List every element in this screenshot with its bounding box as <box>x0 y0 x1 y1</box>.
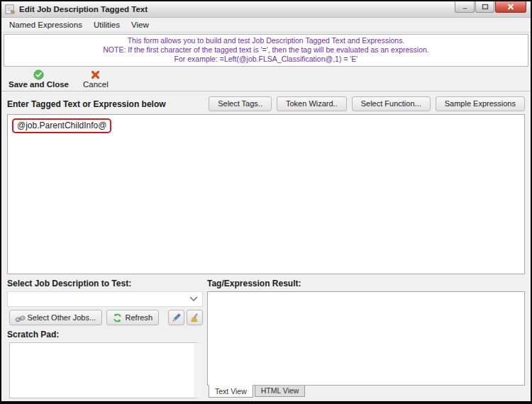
maximize-icon <box>482 4 489 10</box>
main-content: Enter Tagged Text or Expression below Se… <box>1 91 531 401</box>
window-title: Edit Job Description Tagged Text <box>19 5 148 13</box>
select-tags-button[interactable]: Select Tags.. <box>209 96 272 111</box>
window-icon <box>5 4 16 14</box>
window-controls <box>455 1 526 13</box>
job-description-combobox[interactable] <box>7 291 203 307</box>
cancel-x-icon <box>91 69 100 80</box>
menu-bar: Named Expressions Utilities View <box>1 18 531 33</box>
bottom-section: Select Job Description to Test: <box>7 279 525 398</box>
close-button[interactable] <box>495 1 526 13</box>
info-banner-wrap: This form allows you to build and test J… <box>1 33 531 68</box>
cancel-button[interactable]: Cancel <box>83 69 109 89</box>
binoculars-icon <box>14 313 26 322</box>
info-line-2: NOTE: If the first character of the tagg… <box>7 45 525 55</box>
test-buttons-row: Select Other Jobs... Refresh <box>7 310 203 325</box>
save-and-close-button[interactable]: Save and Close <box>9 69 69 89</box>
refresh-button[interactable]: Refresh <box>106 310 160 325</box>
pencil-icon <box>171 313 182 323</box>
save-check-icon <box>33 69 44 80</box>
scratch-pad-label: Scratch Pad: <box>7 330 203 341</box>
tagged-text-highlight: @job.ParentChildInfo@ <box>12 118 111 133</box>
cleanup-sparkle-icon <box>189 313 200 323</box>
cleanup-tool-button[interactable] <box>187 310 203 325</box>
tab-html-view[interactable]: HTML View <box>255 386 306 397</box>
refresh-label: Refresh <box>126 313 153 322</box>
select-job-label: Select Job Description to Test: <box>7 279 203 290</box>
edit-pencil-button[interactable] <box>168 310 184 325</box>
minimize-button[interactable] <box>455 1 475 13</box>
select-other-jobs-label: Select Other Jobs... <box>26 313 97 322</box>
title-bar: Edit Job Description Tagged Text <box>1 1 531 18</box>
editor-label: Enter Tagged Text or Expression below <box>7 99 209 109</box>
scratch-pad-input[interactable] <box>9 342 201 398</box>
info-line-3: For example: =Left(@job.FLSA_Classificat… <box>7 55 525 64</box>
tagged-text-editor[interactable]: @job.ParentChildInfo@ <box>7 114 525 274</box>
minimize-icon <box>462 4 468 10</box>
result-output[interactable] <box>207 291 525 386</box>
menu-view[interactable]: View <box>126 19 154 30</box>
maximize-button[interactable] <box>475 1 494 13</box>
menu-utilities[interactable]: Utilities <box>89 19 125 30</box>
info-banner: This form allows you to build and test J… <box>4 34 528 67</box>
editor-header: Enter Tagged Text or Expression below Se… <box>7 96 525 111</box>
tagged-text-value: @job.ParentChildInfo@ <box>17 120 106 130</box>
result-tabs: Text View HTML View <box>207 386 525 398</box>
tab-text-view[interactable]: Text View <box>209 385 253 398</box>
cancel-label: Cancel <box>83 80 109 89</box>
select-function-button[interactable]: Select Function... <box>352 96 431 111</box>
edit-tagged-text-window: Edit Job Description Tagged Text Named E… <box>0 0 532 404</box>
menu-named-expressions[interactable]: Named Expressions <box>4 19 87 30</box>
select-other-jobs-button[interactable]: Select Other Jobs... <box>9 310 102 325</box>
toolbar: Save and Close Cancel <box>1 68 531 91</box>
close-icon <box>507 4 514 10</box>
chevron-down-icon <box>189 296 198 302</box>
info-line-1: This form allows you to build and test J… <box>7 36 525 45</box>
token-wizard-button[interactable]: Token Wizard.. <box>277 96 347 111</box>
save-and-close-label: Save and Close <box>9 80 69 89</box>
refresh-icon <box>113 313 122 322</box>
sample-expressions-button[interactable]: Sample Expressions <box>436 96 525 111</box>
editor-buttons: Select Tags.. Token Wizard.. Select Func… <box>209 96 525 111</box>
result-section: Tag/Expression Result: Text View HTML Vi… <box>207 279 525 398</box>
test-section: Select Job Description to Test: <box>7 279 203 398</box>
result-label: Tag/Expression Result: <box>207 279 525 290</box>
